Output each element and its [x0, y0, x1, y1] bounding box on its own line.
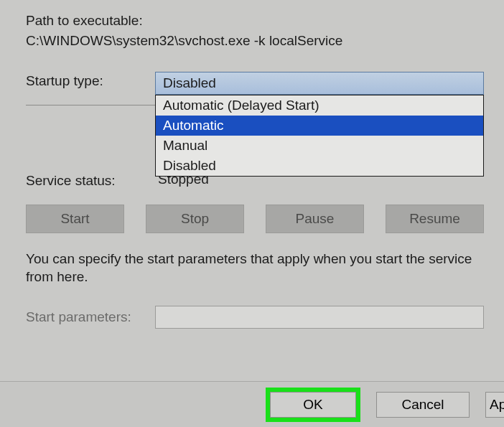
- path-value: C:\WINDOWS\system32\svchost.exe -k local…: [26, 33, 484, 49]
- resume-button[interactable]: Resume: [386, 205, 484, 233]
- start-parameters-row: Start parameters:: [26, 306, 484, 329]
- service-properties-panel: Path to executable: C:\WINDOWS\system32\…: [0, 0, 504, 329]
- pause-button[interactable]: Pause: [266, 205, 364, 233]
- start-parameters-input[interactable]: [155, 306, 484, 329]
- separator: [26, 105, 155, 105]
- startup-option-automatic-delayed[interactable]: Automatic (Delayed Start): [156, 95, 483, 116]
- service-control-buttons: Start Stop Pause Resume: [26, 205, 484, 233]
- start-parameters-description: You can specify the start parameters tha…: [26, 250, 484, 286]
- service-status-label: Service status:: [26, 172, 155, 189]
- startup-type-label: Startup type:: [26, 72, 155, 89]
- startup-type-selected[interactable]: Disabled: [155, 72, 484, 95]
- start-button[interactable]: Start: [26, 205, 124, 233]
- ok-button-highlight: OK: [266, 388, 360, 422]
- startup-option-manual[interactable]: Manual: [156, 136, 483, 156]
- cancel-button[interactable]: Cancel: [376, 392, 470, 418]
- start-parameters-label: Start parameters:: [26, 309, 155, 325]
- startup-type-row: Startup type: Disabled Automatic (Delaye…: [26, 72, 484, 95]
- path-label: Path to executable:: [26, 13, 484, 29]
- apply-button[interactable]: Apply: [485, 392, 504, 418]
- dialog-footer: OK Cancel Apply: [0, 381, 504, 427]
- startup-option-automatic[interactable]: Automatic: [156, 116, 483, 136]
- startup-option-disabled[interactable]: Disabled: [156, 156, 483, 176]
- startup-type-options: Automatic (Delayed Start) Automatic Manu…: [155, 95, 484, 177]
- stop-button[interactable]: Stop: [146, 205, 244, 233]
- startup-type-dropdown[interactable]: Disabled Automatic (Delayed Start) Autom…: [155, 72, 484, 95]
- ok-button[interactable]: OK: [270, 392, 356, 418]
